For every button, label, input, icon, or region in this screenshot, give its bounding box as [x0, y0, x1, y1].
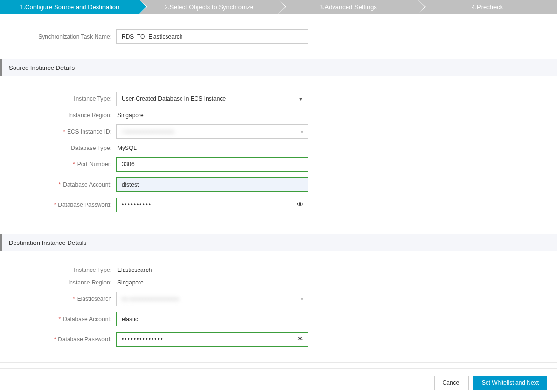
- source-db-type-label: Database Type:: [0, 145, 116, 151]
- dest-panel: Destination Instance Details Instance Ty…: [0, 234, 557, 363]
- source-instance-type-value: User-Created Database in ECS Instance: [122, 95, 226, 102]
- source-db-account-input[interactable]: [116, 177, 308, 192]
- ecs-instance-id-label: *ECS Instance ID:: [0, 128, 116, 135]
- port-number-label: *Port Number:: [0, 161, 116, 168]
- task-name-panel: Synchronization Task Name: Source Instan…: [0, 14, 557, 228]
- dest-db-password-input[interactable]: [116, 332, 308, 347]
- wizard-steps: 1.Configure Source and Destination 2.Sel…: [0, 0, 557, 14]
- dest-db-password-label: *Database Password:: [0, 336, 116, 343]
- source-section-header: Source Instance Details: [0, 59, 557, 76]
- step-1-configure[interactable]: 1.Configure Source and Destination: [0, 0, 139, 14]
- dest-region-value: Singapore: [116, 279, 144, 286]
- dest-db-account-input[interactable]: [116, 312, 308, 326]
- chevron-down-icon: ▾: [301, 297, 303, 302]
- eye-icon[interactable]: 👁: [297, 201, 304, 208]
- task-name-input[interactable]: [116, 29, 308, 44]
- dest-instance-type-label: Instance Type:: [0, 267, 116, 273]
- elasticsearch-select[interactable]: es-xxxxxxxxxxxxxxxxx ▾: [116, 292, 308, 306]
- elasticsearch-value: es-xxxxxxxxxxxxxxxxx: [122, 296, 179, 302]
- dest-region-label: Instance Region:: [0, 279, 116, 286]
- dest-section-header: Destination Instance Details: [0, 234, 557, 251]
- cancel-button[interactable]: Cancel: [434, 376, 469, 390]
- task-name-label: Synchronization Task Name:: [0, 33, 116, 40]
- source-db-password-label: *Database Password:: [0, 202, 116, 208]
- source-db-type-value: MySQL: [116, 145, 137, 151]
- dest-db-account-label: *Database Account:: [0, 316, 116, 323]
- source-db-account-label: *Database Account:: [0, 181, 116, 188]
- step-2-select-objects[interactable]: 2.Select Objects to Synchronize: [139, 0, 279, 14]
- set-whitelist-next-button[interactable]: Set Whitelist and Next: [473, 376, 547, 390]
- step-4-precheck[interactable]: 4.Precheck: [418, 0, 557, 14]
- ecs-instance-id-value: i-xxxxxxxxxxxxxxxxx: [122, 128, 174, 135]
- step-3-advanced[interactable]: 3.Advanced Settings: [278, 0, 418, 14]
- chevron-down-icon: ▾: [301, 129, 303, 135]
- port-number-input[interactable]: [116, 157, 308, 172]
- source-db-password-input[interactable]: [116, 198, 308, 212]
- source-instance-type-label: Instance Type:: [0, 95, 116, 102]
- eye-icon[interactable]: 👁: [297, 335, 304, 343]
- ecs-instance-id-select[interactable]: i-xxxxxxxxxxxxxxxxx ▾: [116, 124, 308, 139]
- source-region-value: Singapore: [116, 112, 144, 119]
- chevron-down-icon: ▼: [298, 96, 303, 102]
- dest-instance-type-value: Elasticsearch: [116, 267, 152, 273]
- source-region-label: Instance Region:: [0, 112, 116, 119]
- source-instance-type-select[interactable]: User-Created Database in ECS Instance ▼: [116, 92, 308, 106]
- footer-bar: Cancel Set Whitelist and Next: [0, 368, 557, 392]
- elasticsearch-label: *Elasticsearch: [0, 296, 116, 302]
